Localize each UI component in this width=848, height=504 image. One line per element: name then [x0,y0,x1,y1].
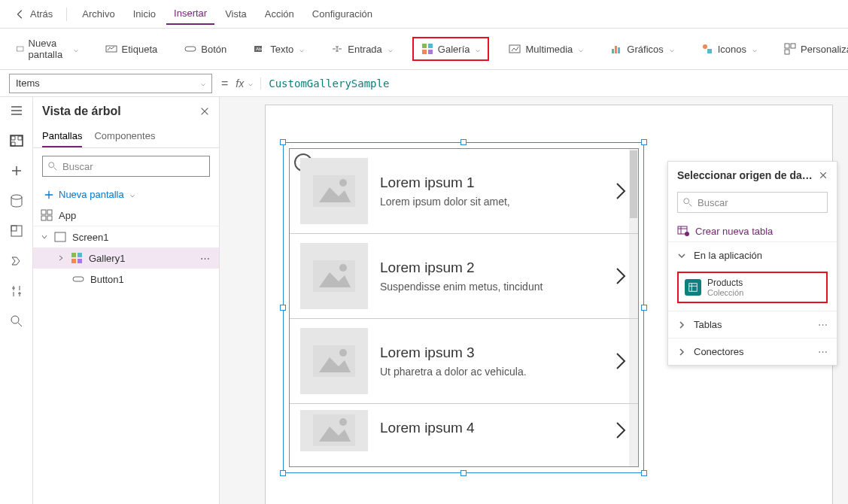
menu-accion[interactable]: Acción [257,4,302,24]
more-icon[interactable]: ⋯ [200,253,211,264]
arrow-left-icon [15,9,26,20]
ribbon-iconos[interactable]: Iconos ⌵ [694,38,764,59]
ribbon-personalizado[interactable]: Personalizado ⌵ [777,38,848,59]
hamburger-icon[interactable] [9,103,24,118]
ribbon-entrada[interactable]: Entrada ⌵ [324,38,400,59]
section-tablas[interactable]: Tablas ⋯ [668,311,837,338]
ribbon-graficos[interactable]: Gráficos ⌵ [603,38,681,59]
tree-title: Vista de árbol [42,105,121,118]
section-in-app-label: En la aplicación [694,250,762,261]
section-in-app[interactable]: En la aplicación [668,241,837,269]
menu-vista[interactable]: Vista [217,4,254,24]
property-label: Items [16,77,40,89]
resize-handle[interactable] [280,305,286,311]
svg-point-44 [339,349,347,357]
tools-icon[interactable] [9,284,24,299]
section-conectores-label: Conectores [694,346,743,357]
tab-pantallas[interactable]: Pantallas [42,126,82,147]
ribbon-texto[interactable]: Abc Texto ⌵ [246,38,312,59]
svg-rect-8 [428,50,433,54]
svg-rect-7 [422,50,427,54]
svg-rect-51 [689,284,698,292]
chevron-down-icon: ⌵ [201,79,205,87]
tree-search[interactable]: Buscar [42,156,210,177]
search-icon [47,161,58,172]
add-screen-button[interactable]: Nueva pantalla ⌵ [33,184,219,205]
svg-point-50 [685,232,689,236]
tab-componentes[interactable]: Componentes [94,126,155,147]
resize-handle[interactable] [641,305,647,311]
svg-point-21 [11,195,22,199]
back-button[interactable]: Atrás [9,5,59,23]
more-icon[interactable]: ⋯ [818,319,828,330]
canvas-area: Lorem ipsum 1Lorem ipsum dolor sit amet,… [220,97,848,504]
search-icon[interactable] [9,314,24,329]
ribbon-nueva-pantalla[interactable]: Nueva pantalla ⌵ [9,33,86,65]
gallery-control[interactable]: Lorem ipsum 1Lorem ipsum dolor sit amet,… [289,148,639,467]
svg-rect-23 [11,226,17,231]
section-conectores[interactable]: Conectores ⋯ [668,338,837,365]
screen-icon [54,231,66,243]
data-item-title: Products [707,278,743,288]
resize-handle[interactable] [641,470,647,476]
menu-config[interactable]: Configuración [305,4,380,24]
chevron-right-icon [677,320,686,329]
input-icon [331,43,343,55]
node-screen1[interactable]: Screen1 [33,226,219,247]
svg-rect-6 [428,44,433,48]
data-item-products[interactable]: Products Colección [677,272,828,303]
search-icon [682,197,693,208]
chevron-right-icon[interactable] [614,266,628,287]
ribbon-boton[interactable]: Botón [177,38,234,59]
ribbon-galeria-label: Galería [438,44,470,55]
gallery-row[interactable]: Lorem ipsum 3Ut pharetra a dolor ac vehi… [290,319,638,404]
property-dropdown[interactable]: Items ⌵ [9,74,212,93]
ribbon-etiqueta[interactable]: Etiqueta [98,38,166,59]
menu-archivo[interactable]: Archivo [74,4,122,24]
chevron-down-icon: ⌵ [579,45,583,53]
row-subtitle: Suspendisse enim metus, tincidunt [380,281,602,293]
svg-point-25 [49,162,54,168]
chevron-right-icon[interactable] [614,181,628,202]
gallery-row[interactable]: Lorem ipsum 2Suspendisse enim metus, tin… [290,234,638,319]
left-rail [0,97,33,504]
formula-input[interactable]: CustomGallerySample [269,77,389,90]
flow-icon[interactable] [9,254,24,269]
svg-rect-10 [612,49,614,53]
menu-inicio[interactable]: Inicio [126,4,163,24]
resize-handle[interactable] [460,470,467,476]
plus-icon[interactable] [9,163,24,178]
svg-rect-2 [185,47,196,51]
row-subtitle: Ut pharetra a dolor ac vehicula. [380,366,602,378]
gallery-row[interactable]: Lorem ipsum 4 [290,404,638,457]
svg-rect-17 [785,50,789,54]
resize-handle[interactable] [641,139,647,145]
create-table-link[interactable]: Crear nueva tabla [668,220,837,241]
back-label: Atrás [30,8,53,20]
close-icon[interactable] [819,171,828,180]
chevron-right-icon[interactable] [614,420,628,441]
node-button1[interactable]: Button1 [33,269,219,290]
node-button-label: Button1 [90,274,124,285]
data-search-placeholder: Buscar [698,197,728,208]
data-icon[interactable] [9,193,24,208]
chart-icon [610,43,622,55]
close-icon[interactable] [199,106,210,117]
ribbon-galeria[interactable]: Galería ⌵ [412,37,490,61]
node-app[interactable]: App [33,205,219,226]
menu-insertar[interactable]: Insertar [166,3,214,25]
data-search[interactable]: Buscar [677,192,828,213]
media-icon[interactable] [9,223,24,238]
svg-rect-15 [785,44,789,48]
resize-handle[interactable] [280,139,286,145]
chevron-right-icon[interactable] [614,351,628,372]
tree-icon[interactable] [9,133,24,148]
ribbon: Nueva pantalla ⌵ Etiqueta Botón Abc Text… [0,29,848,70]
tree-panel: Vista de árbol Pantallas Componentes Bus… [33,97,220,504]
resize-handle[interactable] [280,470,286,476]
gallery-row[interactable]: Lorem ipsum 1Lorem ipsum dolor sit amet, [290,149,638,234]
resize-handle[interactable] [460,139,467,145]
ribbon-multimedia[interactable]: Multimedia ⌵ [501,38,591,59]
node-gallery1[interactable]: Gallery1 ⋯ [33,247,219,269]
more-icon[interactable]: ⋯ [818,346,828,357]
